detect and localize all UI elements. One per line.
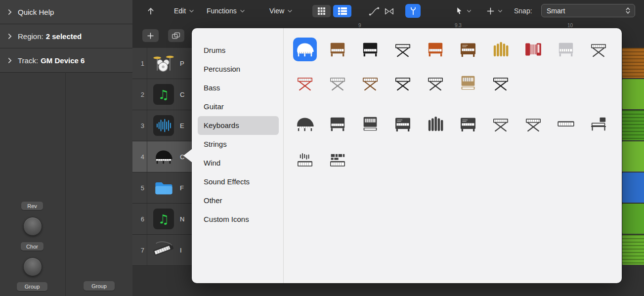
icon-accordion[interactable] <box>517 35 550 64</box>
icon-midi-keyboard-on-stand[interactable] <box>484 69 517 97</box>
track-number: 1 <box>132 48 147 79</box>
add-track-icon[interactable] <box>142 29 159 42</box>
icon-organ-console-outline[interactable] <box>452 110 484 138</box>
track-name[interactable]: P <box>180 60 184 67</box>
icon-vintage-synth-on-stand[interactable] <box>354 69 386 97</box>
group-button-right[interactable]: Group <box>84 281 115 291</box>
icon-keyboard-on-stand[interactable] <box>582 35 615 64</box>
flex-icon[interactable] <box>383 5 395 17</box>
snap-label: Snap: <box>514 7 532 15</box>
category-percussion[interactable]: Percussion <box>198 60 279 79</box>
track-number: 5 <box>132 172 147 203</box>
ruler-mark[interactable]: 10 <box>567 23 573 28</box>
chevron-down-icon <box>287 9 293 13</box>
category-other[interactable]: Other <box>198 191 279 210</box>
region-inspector-header[interactable]: Region: 2 selected <box>0 24 132 48</box>
list-view-icon[interactable] <box>333 5 351 17</box>
icon-upright-piano-outline[interactable] <box>321 110 354 138</box>
track-inspector-header[interactable]: Track: GM Device 6 <box>0 48 132 73</box>
automation-curve-icon[interactable] <box>368 5 381 17</box>
icon-harpsichord[interactable] <box>550 35 582 64</box>
grand-piano-icon[interactable] <box>147 147 180 167</box>
inspector-panel: Quick Help Region: 2 selected Track: GM … <box>0 0 133 296</box>
icon-step-pattern-keyboard-outline[interactable] <box>321 147 354 175</box>
region-clip[interactable] <box>622 141 644 171</box>
region-clip[interactable] <box>622 48 644 78</box>
icon-grand-piano[interactable] <box>289 35 321 64</box>
crosshair-tool-icon <box>486 7 495 15</box>
icon-electric-piano[interactable] <box>419 35 452 64</box>
region-clip[interactable] <box>622 235 644 265</box>
up-arrow-icon[interactable] <box>143 4 158 18</box>
icon-electric-piano-outline[interactable] <box>386 110 419 138</box>
track-name[interactable]: I <box>180 247 182 254</box>
audio-waveform-icon[interactable] <box>147 115 180 136</box>
snap-mode-select[interactable]: Smart <box>541 4 635 17</box>
category-keyboards[interactable]: Keyboards <box>198 116 279 135</box>
music-note-icon[interactable]: ♫ <box>147 84 180 105</box>
icon-grand-piano-outline[interactable] <box>289 110 321 138</box>
icon-keyboard-on-x-stand[interactable] <box>419 69 452 97</box>
track-number: 7 <box>132 235 147 265</box>
duplicate-track-icon[interactable] <box>168 29 184 42</box>
region-clip[interactable] <box>622 204 644 234</box>
category-drums[interactable]: Drums <box>198 41 279 60</box>
category-guitar[interactable]: Guitar <box>198 97 279 116</box>
tuning-fork-icon[interactable] <box>405 4 421 18</box>
category-wind[interactable]: Wind <box>198 154 279 172</box>
category-strings[interactable]: Strings <box>198 135 279 154</box>
chevron-down-icon <box>498 9 503 13</box>
functions-menu[interactable]: Functions <box>207 5 245 16</box>
drum-kit-icon[interactable] <box>147 52 180 74</box>
category-bass[interactable]: Bass <box>198 79 279 97</box>
category-sound-effects[interactable]: Sound Effects <box>198 172 279 191</box>
view-menu[interactable]: View <box>269 5 293 16</box>
track-name[interactable]: N <box>180 215 184 223</box>
region-clips-strip <box>622 48 644 266</box>
icon-black-synth-on-stand[interactable] <box>386 69 419 97</box>
rev-send-knob[interactable] <box>23 217 42 236</box>
folder-icon[interactable] <box>147 177 180 198</box>
quick-help-header[interactable]: Quick Help <box>0 0 132 24</box>
region-clip[interactable] <box>622 110 644 140</box>
edit-menu[interactable]: Edit <box>174 5 194 16</box>
icon-midi-keyboard-outline[interactable] <box>550 110 582 138</box>
icon-upright-piano[interactable] <box>321 35 354 64</box>
category-custom-icons[interactable]: Custom Icons <box>198 210 279 229</box>
chor-send-button[interactable]: Chor <box>21 242 43 251</box>
icon-drawbar-organ[interactable] <box>452 35 484 64</box>
region-clip[interactable] <box>622 172 644 203</box>
icon-keyboard-x-stand-outline[interactable] <box>517 110 550 138</box>
track-label: Track: <box>18 56 38 65</box>
icon-keyboard-stand-outline[interactable] <box>484 110 517 138</box>
track-value: GM Device 6 <box>41 56 85 65</box>
chevron-down-icon <box>240 9 245 13</box>
track-name[interactable]: E <box>180 122 184 129</box>
track-name[interactable]: C <box>180 91 184 98</box>
rev-send-button[interactable]: Rev <box>21 202 43 210</box>
secondary-tool-selector[interactable] <box>486 4 503 17</box>
popover-divider <box>283 28 284 283</box>
icon-celesta-outline[interactable] <box>354 110 386 138</box>
icon-pipe-organ[interactable] <box>484 35 517 64</box>
icon-workstation-outline[interactable] <box>582 110 615 138</box>
group-button-left[interactable]: Group <box>17 282 47 291</box>
grid-view-icon[interactable] <box>312 5 331 17</box>
icon-stage-piano[interactable] <box>386 35 419 64</box>
icon-grid-row-1 <box>289 35 615 64</box>
icon-synth-on-stand[interactable] <box>321 69 354 97</box>
chor-send-knob[interactable] <box>23 257 42 276</box>
region-clip[interactable] <box>622 79 644 109</box>
pointer-tool-selector[interactable] <box>455 4 472 17</box>
ruler-mark[interactable]: 9.3 <box>455 23 462 28</box>
icon-digital-piano[interactable] <box>354 35 386 64</box>
icon-waveform-keyboard-outline[interactable] <box>289 147 321 175</box>
icon-pipe-organ-outline[interactable] <box>419 110 452 138</box>
track-name[interactable]: F <box>180 184 184 192</box>
music-note-icon[interactable]: ♫ <box>147 209 180 229</box>
icon-red-stage-keyboard[interactable] <box>289 69 321 97</box>
keytar-icon[interactable] <box>147 239 180 261</box>
pointer-tool-icon <box>455 6 464 16</box>
icon-vintage-string-machine[interactable] <box>452 69 484 97</box>
ruler-mark[interactable]: 9 <box>358 23 361 28</box>
